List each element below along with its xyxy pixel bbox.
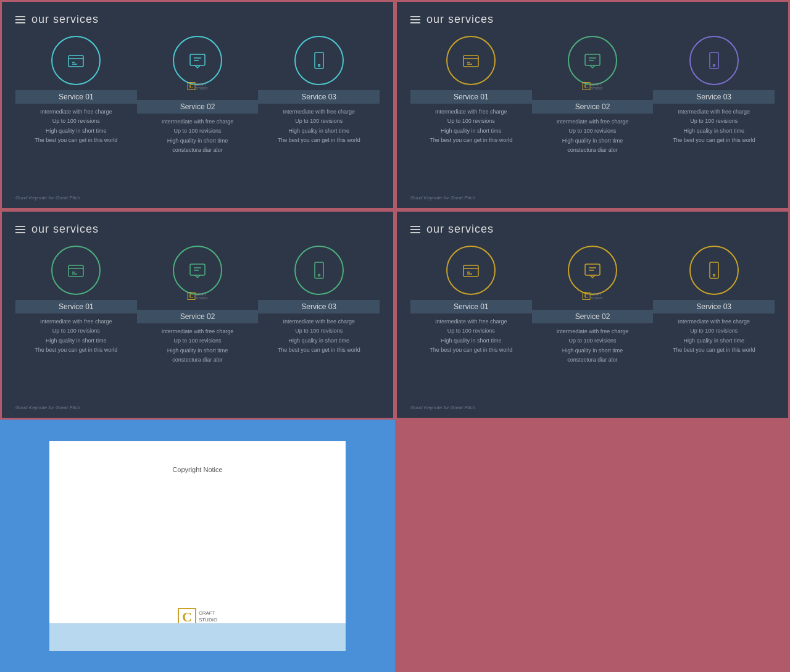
services-row: Service 01 Intermediate with free charge… (15, 36, 380, 190)
svg-rect-13 (585, 264, 600, 275)
slide-header: our services (15, 13, 380, 26)
services-row: Service 01 Intermediate with free charge… (410, 246, 775, 400)
pink-area (395, 420, 790, 672)
service-col-2: C CRAFTSTUDIO Service 02 Intermediate wi… (137, 246, 259, 400)
copyright-card: Copyright Notice C CRAFTSTUDIO (49, 441, 346, 651)
slide-title: our services (31, 223, 99, 236)
slide-4: our services Service 01 Intermediate wit… (395, 210, 790, 420)
slide-title: our services (426, 13, 494, 26)
service-3-name: Service 03 (653, 300, 775, 313)
service-1-name: Service 01 (15, 300, 137, 313)
service-2-icon-circle: C CRAFTSTUDIO (173, 36, 222, 85)
service-col-3: Service 03 Intermediate with free charge… (258, 36, 380, 190)
service-2-name: Service 02 (532, 100, 654, 114)
services-row: Service 01 Intermediate with free charge… (15, 246, 380, 400)
service-2-name: Service 02 (532, 310, 654, 323)
service-1-icon-circle (446, 36, 496, 85)
svg-point-3 (318, 65, 320, 67)
slide-3: our services Service 01 Intermediate wit… (0, 210, 395, 420)
service-3-name: Service 03 (258, 90, 380, 104)
slide-1: our services Service 01 Intermediate wit… (0, 0, 395, 210)
slide-header: our services (410, 13, 775, 26)
svg-point-15 (713, 275, 715, 276)
svg-rect-12 (464, 265, 478, 276)
service-col-1: Service 01 Intermediate with free charge… (15, 36, 137, 190)
service-col-3: Service 03 Intermediate with free charge… (258, 246, 380, 400)
service-3-name: Service 03 (653, 90, 775, 104)
svg-rect-4 (464, 56, 478, 67)
slide-footer: Good Keynote for Great Pitch (15, 405, 380, 410)
service-1-icon-circle (51, 246, 101, 295)
service-col-3: Service 03 Intermediate with free charge… (653, 246, 775, 400)
service-col-3: Service 03 Intermediate with free charge… (653, 36, 775, 190)
slide-header: our services (410, 223, 775, 236)
service-col-2: C CRAFTSTUDIO Service 02 Intermediate wi… (532, 246, 654, 400)
service-1-name: Service 01 (410, 300, 532, 313)
service-2-icon-circle: C CRAFTSTUDIO (173, 246, 222, 295)
slide-footer: Good Keynote for Great Pitch (410, 405, 775, 410)
service-2-icon-circle: C CRAFTSTUDIO (568, 246, 617, 295)
copyright-text: Copyright Notice (172, 466, 222, 473)
logo-subtext: CRAFTSTUDIO (199, 610, 217, 623)
service-col-1: Service 01 Intermediate with free charge… (15, 246, 137, 400)
service-2-features: Intermediate with free charge Up to 100 … (137, 117, 259, 155)
service-col-2: C CRAFTSTUDIO Service 02 Intermediate wi… (532, 36, 654, 190)
slide-title: our services (31, 13, 99, 26)
hamburger-icon (410, 16, 420, 23)
svg-rect-0 (69, 56, 83, 67)
svg-rect-1 (190, 54, 205, 65)
service-col-1: Service 01 Intermediate with free charge… (410, 36, 532, 190)
service-1-icon-circle (446, 246, 496, 295)
slide-title: our services (426, 223, 494, 236)
service-2-name: Service 02 (137, 310, 259, 323)
service-1-icon-circle (51, 36, 101, 85)
service-3-features: Intermediate with free charge Up to 100 … (258, 107, 380, 145)
service-3-icon-circle (294, 246, 344, 295)
service-col-1: Service 01 Intermediate with free charge… (410, 246, 532, 400)
service-col-2: C CRAFTSTUDIO Service 02 Intermediate wi… (137, 36, 259, 190)
hamburger-icon (15, 16, 25, 23)
svg-rect-9 (190, 264, 205, 275)
service-1-name: Service 01 (15, 90, 137, 104)
slide-2: our services Service 01 Intermediate wit… (395, 0, 790, 210)
slide-footer: Good Keynote for Great Pitch (410, 195, 775, 201)
copyright-slide: Copyright Notice C CRAFTSTUDIO (0, 420, 395, 672)
service-2-icon-circle: C CRAFTSTUDIO (568, 36, 617, 85)
hamburger-icon (15, 226, 25, 233)
svg-point-7 (713, 65, 715, 67)
service-1-features: Intermediate with free charge Up to 100 … (15, 107, 137, 145)
slide-header: our services (15, 223, 380, 236)
service-3-icon-circle (689, 36, 739, 85)
service-1-name: Service 01 (410, 90, 532, 104)
service-3-name: Service 03 (258, 300, 380, 313)
service-3-icon-circle (294, 36, 344, 85)
slide-footer: Good Keynote for Great Pitch (15, 195, 380, 201)
service-2-name: Service 02 (137, 100, 259, 114)
service-3-icon-circle (689, 246, 739, 295)
services-row: Service 01 Intermediate with free charge… (410, 36, 775, 190)
svg-rect-8 (69, 265, 83, 276)
svg-rect-5 (585, 54, 600, 65)
hamburger-icon (410, 226, 420, 233)
svg-point-11 (318, 275, 320, 276)
